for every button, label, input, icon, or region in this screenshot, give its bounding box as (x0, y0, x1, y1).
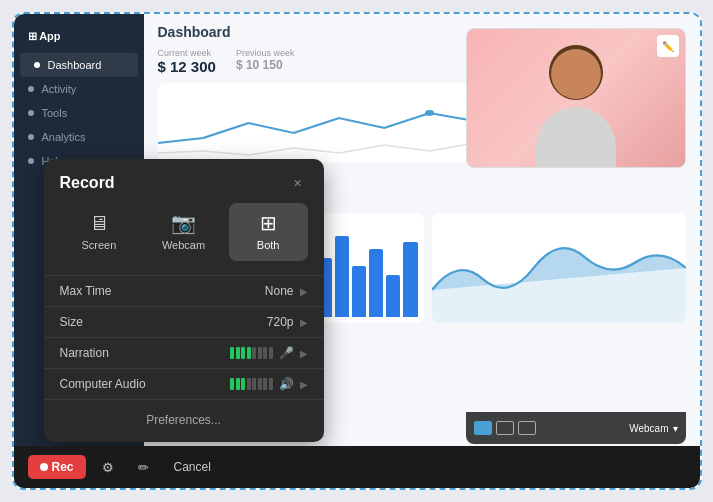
mode-row: 🖥 Screen 📷 Webcam ⊞ Both (44, 203, 324, 275)
computer-audio-volume-bar (230, 378, 273, 390)
wave-chart (432, 213, 686, 323)
narration-label: Narration (60, 346, 231, 360)
setting-size: Size 720p ▶ (44, 306, 324, 337)
mode-screen-label: Screen (81, 239, 116, 251)
rec-label: Rec (52, 460, 74, 474)
bar-14 (403, 242, 417, 317)
size-value: 720p (267, 315, 294, 329)
help-icon (28, 158, 34, 164)
vol-seg-8 (269, 347, 273, 359)
ca-vol-seg-6 (258, 378, 262, 390)
ca-vol-seg-4 (247, 378, 251, 390)
main-window: ⊞ App Dashboard Activity Tools Analytics… (12, 12, 702, 490)
previous-week-label: Previous week (236, 48, 295, 58)
vol-seg-1 (230, 347, 234, 359)
webcam-controls-bar: Webcam ▾ (466, 412, 686, 444)
svg-point-0 (425, 110, 434, 116)
ca-vol-seg-8 (269, 378, 273, 390)
size-label: Size (60, 315, 267, 329)
previous-week-value: $ 10 150 (236, 58, 295, 72)
cancel-button[interactable]: Cancel (166, 456, 219, 478)
sidebar-logo: ⊞ App (14, 24, 144, 49)
narration-arrow[interactable]: ▶ (300, 348, 308, 359)
record-close-button[interactable]: × (288, 173, 308, 193)
mode-screen-button[interactable]: 🖥 Screen (60, 203, 139, 261)
sidebar-item-dashboard[interactable]: Dashboard (20, 53, 138, 77)
vol-seg-4 (247, 347, 251, 359)
mic-icon: 🎤 (279, 346, 294, 360)
current-week-label: Current week (158, 48, 216, 58)
bar-12 (369, 249, 383, 317)
webcam-mode-btn-3[interactable] (518, 421, 536, 435)
computer-audio-label: Computer Audio (60, 377, 231, 391)
sidebar-label-tools: Tools (42, 107, 68, 119)
vol-seg-7 (263, 347, 267, 359)
webcam-preview: ✏️ (466, 28, 686, 168)
webcam-icon: 📷 (171, 213, 196, 233)
sidebar-label-analytics: Analytics (42, 131, 86, 143)
ca-vol-seg-1 (230, 378, 234, 390)
ca-vol-seg-3 (241, 378, 245, 390)
size-arrow[interactable]: ▶ (300, 317, 308, 328)
mode-webcam-button[interactable]: 📷 Webcam (144, 203, 223, 261)
edit-button[interactable]: ✏ (130, 453, 158, 481)
both-icon: ⊞ (260, 213, 277, 233)
webcam-dropdown-icon[interactable]: ▾ (673, 423, 678, 434)
bar-10 (335, 236, 349, 317)
ca-vol-seg-5 (252, 378, 256, 390)
vol-seg-5 (252, 347, 256, 359)
preferences-button[interactable]: Preferences... (146, 413, 221, 427)
setting-narration: Narration 🎤 ▶ (44, 337, 324, 368)
max-time-label: Max Time (60, 284, 265, 298)
person-body (536, 107, 616, 167)
settings-button[interactable]: ⚙ (94, 453, 122, 481)
computer-audio-arrow[interactable]: ▶ (300, 379, 308, 390)
person-head (551, 49, 601, 99)
preferences-row: Preferences... (44, 399, 324, 432)
max-time-value: None (265, 284, 294, 298)
sidebar-label-dashboard: Dashboard (48, 59, 102, 71)
current-week-value: $ 12 300 (158, 58, 216, 75)
record-title: Record (60, 174, 115, 192)
sidebar-item-activity[interactable]: Activity (14, 77, 144, 101)
gear-icon: ⚙ (102, 460, 114, 475)
setting-computer-audio: Computer Audio 🔊 ▶ (44, 368, 324, 399)
analytics-icon (28, 134, 34, 140)
bottom-bar: Rec ⚙ ✏ Cancel (14, 446, 700, 488)
mode-webcam-label: Webcam (162, 239, 205, 251)
vol-seg-3 (241, 347, 245, 359)
activity-icon (28, 86, 34, 92)
max-time-arrow[interactable]: ▶ (300, 286, 308, 297)
screen-icon: 🖥 (89, 213, 109, 233)
ca-vol-seg-2 (236, 378, 240, 390)
record-panel: Record × 🖥 Screen 📷 Webcam ⊞ Both Max Ti… (44, 159, 324, 442)
webcam-edit-button[interactable]: ✏️ (657, 35, 679, 57)
bar-13 (386, 275, 400, 318)
home-icon (34, 62, 40, 68)
current-week-stat: Current week $ 12 300 (158, 48, 216, 75)
webcam-mode-btn-1[interactable] (474, 421, 492, 435)
webcam-mode-btn-2[interactable] (496, 421, 514, 435)
bar-11 (352, 266, 366, 317)
sidebar-item-analytics[interactable]: Analytics (14, 125, 144, 149)
sidebar-item-tools[interactable]: Tools (14, 101, 144, 125)
vol-seg-6 (258, 347, 262, 359)
webcam-person (467, 29, 685, 167)
speaker-icon: 🔊 (279, 377, 294, 391)
sidebar-label-activity: Activity (42, 83, 77, 95)
rec-dot (40, 463, 48, 471)
edit-icon: ✏ (138, 460, 149, 475)
narration-volume-bar (230, 347, 273, 359)
mode-both-button[interactable]: ⊞ Both (229, 203, 308, 261)
previous-week-stat: Previous week $ 10 150 (236, 48, 295, 75)
record-header: Record × (44, 159, 324, 203)
webcam-label: Webcam (629, 423, 668, 434)
rec-button[interactable]: Rec (28, 455, 86, 479)
pencil-icon: ✏️ (662, 41, 674, 52)
vol-seg-2 (236, 347, 240, 359)
tools-icon (28, 110, 34, 116)
ca-vol-seg-7 (263, 378, 267, 390)
mode-both-label: Both (257, 239, 280, 251)
setting-max-time: Max Time None ▶ (44, 275, 324, 306)
